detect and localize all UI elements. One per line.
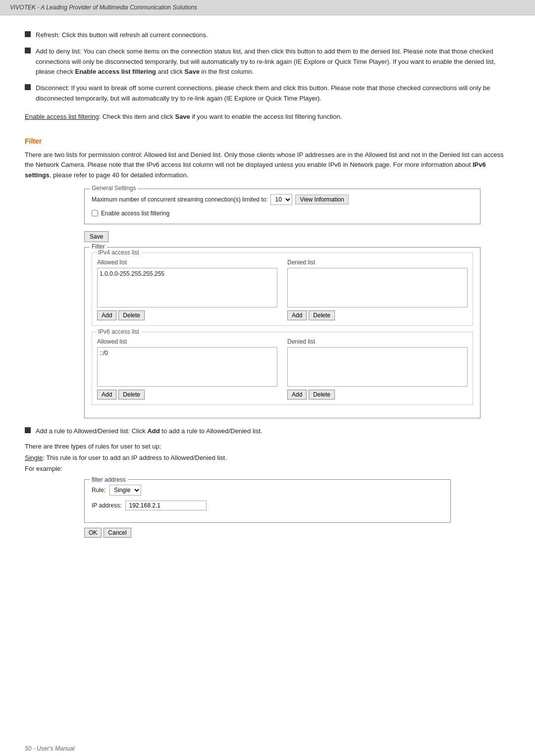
bullet-text-add-deny: Add to deny list: You can check some ite…: [36, 47, 510, 77]
page-footer: 50 - User's Manual: [0, 741, 535, 756]
ipv6-denied-add-button[interactable]: Add: [287, 390, 307, 400]
enable-access-checkbox-row: Enable access list filtering: [92, 210, 473, 217]
bullet-text-add-rule: Add a rule to Allowed/Denied list: Click…: [36, 426, 510, 437]
footer-text: 50 - User's Manual: [25, 745, 74, 752]
bullet-disconnect: Disconnect: If you want to break off som…: [25, 83, 510, 104]
ipv6-denied-col: Denied list Add Delete: [287, 338, 468, 400]
ip-address-row: IP address:: [92, 501, 443, 510]
ok-button[interactable]: OK: [84, 528, 102, 538]
max-connections-row: Maximum number of concurrent streaming c…: [92, 194, 473, 205]
ip-address-input[interactable]: [125, 501, 207, 510]
ipv6-allowed-col: Allowed list ::/0 Add Delete: [97, 338, 277, 400]
ipv4-allowed-item-0: 1.0.0.0-255.255.255.255: [100, 270, 275, 277]
ipv4-denied-btn-row: Add Delete: [287, 310, 468, 320]
max-connections-prefix: Maximum number of concurrent streaming c…: [92, 196, 268, 203]
save-button[interactable]: Save: [84, 231, 108, 242]
filter-address-label: filter address: [90, 475, 128, 485]
ok-cancel-row: OK Cancel: [84, 528, 510, 538]
header-text: VIVOTEK - A Leading Provider of Multimed…: [10, 4, 197, 11]
ipv6-denied-box: [287, 347, 468, 387]
bullet-add-deny: Add to deny list: You can check some ite…: [25, 47, 510, 77]
bullet-icon-disconnect: [25, 84, 31, 90]
bullet-text-disconnect: Disconnect: If you want to break off som…: [36, 83, 510, 104]
ipv4-allowed-btn-row: Add Delete: [97, 310, 277, 320]
enable-access-link: Enable access list filtering: [25, 113, 99, 120]
ipv6-allowed-box: ::/0: [97, 347, 277, 387]
ipv4-denied-box: [287, 268, 468, 307]
main-content: Refresh: Click this button will refresh …: [0, 15, 535, 741]
ipv4-section: IPv4 access list Allowed list 1.0.0.0-25…: [92, 252, 473, 326]
bullet-icon-add-rule: [25, 427, 31, 433]
filter-panel: Filter IPv4 access list Allowed list 1.0…: [84, 247, 481, 418]
ipv6-denied-delete-button[interactable]: Delete: [309, 390, 335, 400]
enable-access-checkbox-label: Enable access list filtering: [101, 210, 169, 217]
ipv6-allowed-add-button[interactable]: Add: [97, 390, 116, 400]
ipv6-allowed-delete-button[interactable]: Delete: [118, 390, 145, 400]
ipv6-section: IPv6 access list Allowed list ::/0 Add D…: [92, 332, 473, 405]
ipv6-denied-label: Denied list: [287, 338, 468, 345]
view-information-button[interactable]: View Information: [295, 195, 348, 204]
enable-access-checkbox[interactable]: [92, 210, 98, 216]
ipv4-lists-row: Allowed list 1.0.0.0-255.255.255.255 Add…: [97, 259, 468, 320]
ipv6-allowed-label: Allowed list: [97, 338, 277, 345]
ipv6-allowed-btn-row: Add Delete: [97, 390, 277, 400]
bullet-refresh: Refresh: Click this button will refresh …: [25, 30, 510, 41]
ipv4-denied-col: Denied list Add Delete: [287, 259, 468, 320]
bottom-section: Add a rule to Allowed/Denied list: Click…: [25, 426, 510, 538]
ipv6-allowed-item-0: ::/0: [100, 350, 275, 356]
ipv6-denied-btn-row: Add Delete: [287, 390, 468, 400]
max-connections-select[interactable]: 10: [270, 194, 292, 205]
ipv4-allowed-col: Allowed list 1.0.0.0-255.255.255.255 Add…: [97, 259, 277, 320]
bullet-icon-refresh: [25, 31, 31, 37]
rule-row: Rule: Single: [92, 485, 443, 496]
header-bar: VIVOTEK - A Leading Provider of Multimed…: [0, 0, 535, 15]
ipv4-denied-delete-button[interactable]: Delete: [309, 310, 335, 320]
rule-label: Rule:: [92, 486, 106, 495]
filter-heading: Filter: [25, 137, 510, 145]
refresh-text: Refresh: Click this button will refresh …: [36, 31, 208, 39]
ipv4-allowed-box: 1.0.0.0-255.255.255.255: [97, 268, 277, 307]
page-wrapper: VIVOTEK - A Leading Provider of Multimed…: [0, 0, 535, 756]
general-settings-label: General Settings: [90, 185, 138, 192]
ipv4-allowed-add-button[interactable]: Add: [97, 310, 116, 320]
ipv6-label: IPv6 access list: [96, 328, 141, 335]
bullet-add-rule: Add a rule to Allowed/Denied list: Click…: [25, 426, 510, 437]
three-types-text: There are three types of rules for user …: [25, 442, 510, 452]
enable-access-text: Enable access list filtering: Check this…: [25, 112, 510, 122]
ipv4-allowed-label: Allowed list: [97, 259, 277, 266]
bullet-icon-add-deny: [25, 48, 31, 53]
ip-address-label: IP address:: [92, 501, 121, 510]
cancel-button[interactable]: Cancel: [104, 528, 131, 538]
general-settings-panel: General Settings Maximum number of concu…: [84, 189, 481, 224]
filter-address-panel: filter address Rule: Single IP address:: [84, 479, 451, 523]
ipv4-label: IPv4 access list: [96, 249, 141, 256]
ipv4-denied-label: Denied list: [287, 259, 468, 266]
single-link: Single: [25, 454, 43, 461]
ipv4-allowed-delete-button[interactable]: Delete: [118, 310, 145, 320]
ipv4-denied-add-button[interactable]: Add: [287, 310, 307, 320]
filter-intro: There are two lists for permission contr…: [25, 150, 510, 181]
single-text: Single: This rule is for user to add an …: [25, 453, 510, 463]
for-example-text: For example:: [25, 464, 510, 474]
bullet-text-refresh: Refresh: Click this button will refresh …: [36, 30, 510, 41]
ipv6-lists-row: Allowed list ::/0 Add Delete Denied list: [97, 338, 468, 400]
rule-select[interactable]: Single: [109, 485, 141, 496]
